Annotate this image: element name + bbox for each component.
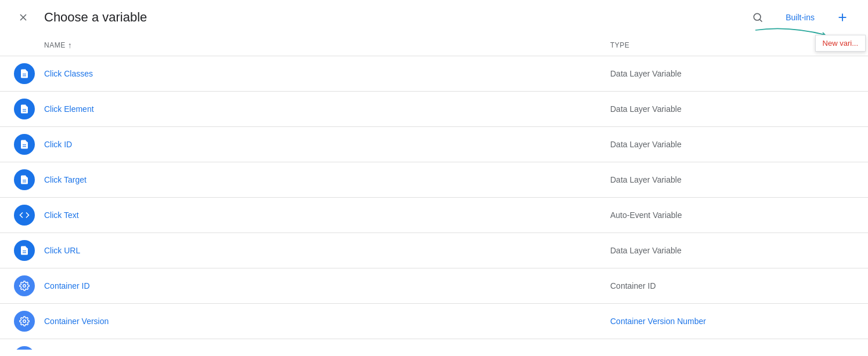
settings-icon [14,275,35,296]
variable-name: Click Text [44,210,610,220]
settings-icon [14,311,35,332]
variable-type: Container Version Number [610,317,831,326]
table-row[interactable]: Click ID Data Layer Variable [0,127,868,162]
doc-icon [14,134,35,155]
svg-point-17 [23,320,26,323]
table-header: Name ↑ Type [0,35,868,56]
table-row[interactable]: Click Element Data Layer Variable [0,92,868,127]
doc-icon [14,169,35,190]
variable-type: Data Layer Variable [610,140,831,149]
svg-point-2 [754,13,761,20]
table-row[interactable]: Click Text Auto-Event Variable [0,198,868,233]
new-variable-tooltip: New vari... [815,35,866,52]
builtins-button[interactable]: Built-ins [779,8,822,27]
dialog-title: Choose a variable [44,10,746,25]
builtins-label: Built-ins [786,13,815,22]
variable-name: Click URL [44,246,610,255]
variable-name: Container Version [44,317,610,326]
variable-type: Data Layer Variable [610,69,831,78]
variable-name: Click ID [44,140,610,149]
table-row[interactable]: Click Classes Data Layer Variable [0,56,868,92]
variables-table: Click Classes Data Layer Variable Click … [0,56,868,350]
svg-line-3 [760,20,762,22]
doc-icon [14,99,35,119]
variable-type: Data Layer Variable [610,175,831,184]
search-button[interactable] [746,6,769,29]
variable-name: Click Target [44,175,610,184]
table-row[interactable]: Debug Mode Debug Mode [0,339,868,350]
code-icon [14,205,35,226]
table-row[interactable]: Container Version Container Version Numb… [0,304,868,339]
name-column-header[interactable]: Name ↑ [44,41,610,50]
add-variable-button[interactable] [831,6,854,29]
variable-name: Container ID [44,281,610,290]
type-column-header: Type [610,41,831,49]
table-row[interactable]: Click Target Data Layer Variable [0,162,868,198]
doc-icon [14,240,35,261]
dialog-header: Choose a variable Built-ins New vari... [0,0,868,35]
doc-icon [14,63,35,84]
sort-icon: ↑ [68,41,73,50]
settings-icon [14,346,35,350]
close-button[interactable] [14,8,33,27]
table-row[interactable]: Container ID Container ID [0,268,868,304]
variable-type: Container ID [610,281,831,290]
table-row[interactable]: Click URL Data Layer Variable [0,233,868,268]
header-actions: Built-ins New vari... [746,6,854,29]
variable-type: Data Layer Variable [610,104,831,114]
variable-type: Auto-Event Variable [610,210,831,220]
variable-type: Data Layer Variable [610,246,831,255]
variable-name: Click Element [44,104,610,114]
svg-point-16 [23,285,26,288]
variable-name: Click Classes [44,69,610,78]
